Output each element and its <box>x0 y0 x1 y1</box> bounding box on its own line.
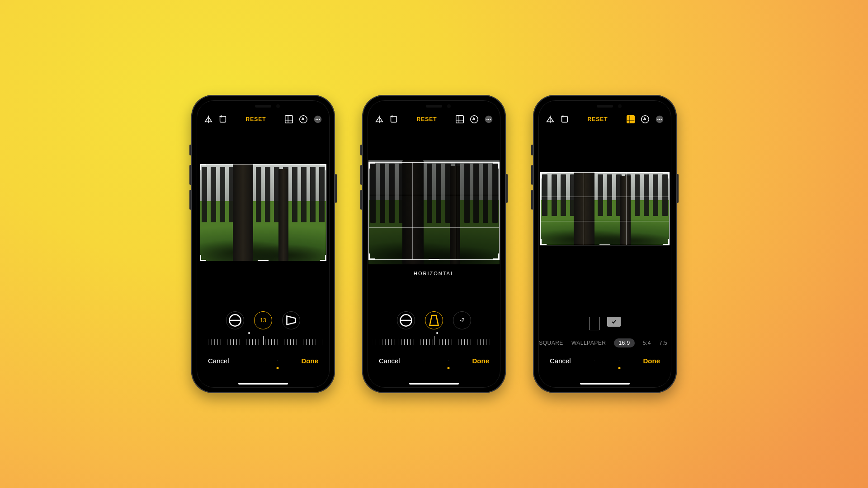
image-area[interactable]: HORIZONTAL <box>368 128 500 307</box>
adjustment-buttons: -2 <box>373 307 495 329</box>
flip-vertical-icon[interactable] <box>545 114 555 124</box>
filters-tab[interactable] <box>436 356 436 366</box>
reset-button[interactable]: RESET <box>246 116 266 122</box>
vertical-perspective-icon[interactable] <box>425 311 443 329</box>
filters-tab[interactable] <box>265 356 265 366</box>
svg-point-8 <box>317 119 318 120</box>
slider-dot <box>248 332 250 334</box>
ratio-option[interactable]: WALLPAPER <box>571 340 606 346</box>
markup-icon[interactable] <box>298 114 308 124</box>
markup-icon[interactable] <box>640 114 650 124</box>
crop-handle-br[interactable] <box>320 255 326 261</box>
done-button[interactable]: Done <box>643 357 660 365</box>
crop-handle-tl[interactable] <box>540 172 547 178</box>
volume-down-button <box>531 190 533 210</box>
home-indicator[interactable] <box>580 383 630 385</box>
svg-point-26 <box>486 119 487 120</box>
adjustment-slider[interactable] <box>373 332 495 347</box>
rotate-icon[interactable] <box>560 114 570 124</box>
crop-tab[interactable] <box>448 356 448 366</box>
svg-point-27 <box>488 119 489 120</box>
cancel-button[interactable]: Cancel <box>208 357 229 365</box>
crop-overlay[interactable] <box>368 162 500 260</box>
more-icon[interactable] <box>655 114 665 124</box>
flip-vertical-icon[interactable] <box>374 114 384 124</box>
cancel-button[interactable]: Cancel <box>379 357 400 365</box>
ratio-option[interactable]: SQUARE <box>539 340 563 346</box>
crop-overlay[interactable] <box>200 164 326 261</box>
crop-handle-bl[interactable] <box>200 255 206 261</box>
landscape-orientation-button[interactable] <box>607 317 621 327</box>
done-button[interactable]: Done <box>302 357 319 365</box>
horizontal-value-button[interactable]: -2 <box>453 311 471 329</box>
crop-handle-bottom[interactable] <box>258 260 269 261</box>
ratio-option-selected[interactable]: 16:9 <box>614 338 634 347</box>
volume-up-button <box>531 165 533 185</box>
image-area[interactable] <box>197 128 329 307</box>
crop-tab[interactable] <box>277 356 278 366</box>
crop-handle-tr[interactable] <box>493 162 500 169</box>
adjust-tab[interactable] <box>253 356 253 366</box>
volume-down-button <box>360 190 362 210</box>
crop-handle-bottom[interactable] <box>599 244 610 245</box>
crop-handle-bl[interactable] <box>540 239 547 245</box>
slider-ticks <box>373 339 495 345</box>
cancel-button[interactable]: Cancel <box>550 357 571 365</box>
svg-point-31 <box>424 361 424 361</box>
reset-button[interactable]: RESET <box>588 116 608 122</box>
crop-handle-br[interactable] <box>493 253 500 260</box>
more-icon[interactable] <box>313 114 323 124</box>
rotate-icon[interactable] <box>218 114 228 124</box>
markup-icon[interactable] <box>469 114 479 124</box>
flip-vertical-icon[interactable] <box>203 114 213 124</box>
horizontal-perspective-icon[interactable] <box>282 311 300 329</box>
crop-handle-tl[interactable] <box>368 162 375 169</box>
straighten-value-button[interactable]: 13 <box>254 311 272 329</box>
aspect-ratio-row[interactable]: M SQUARE WALLPAPER 16:9 5:4 7:5 4:3 <box>543 330 666 347</box>
crop-handle-bottom[interactable] <box>429 259 439 260</box>
volume-up-button <box>360 165 362 185</box>
done-button[interactable]: Done <box>472 357 490 365</box>
ratio-option[interactable]: 5:4 <box>643 340 651 346</box>
aspect-ratio-icon[interactable] <box>284 114 294 124</box>
crop-handle-tl[interactable] <box>200 164 206 170</box>
home-indicator[interactable] <box>409 383 459 385</box>
reset-button[interactable]: RESET <box>417 116 437 122</box>
aspect-ratio-icon[interactable] <box>455 114 465 124</box>
crop-handle-tr[interactable] <box>663 172 670 178</box>
adjustment-label: HORIZONTAL <box>368 271 500 276</box>
adjust-tab[interactable] <box>424 356 424 366</box>
straighten-icon[interactable] <box>397 311 415 329</box>
straighten-icon[interactable] <box>226 311 244 329</box>
more-icon[interactable] <box>484 114 494 124</box>
portrait-orientation-button[interactable] <box>589 317 600 330</box>
adjust-tab[interactable] <box>594 356 595 366</box>
crop-tab[interactable] <box>619 356 619 366</box>
rotate-icon[interactable] <box>389 114 399 124</box>
phone-frame-1: RESET <box>191 95 335 393</box>
svg-point-7 <box>316 119 316 120</box>
phone-frame-2: RESET <box>362 95 506 393</box>
crop-overlay[interactable] <box>540 172 670 245</box>
home-indicator[interactable] <box>238 383 288 385</box>
straighten-value: 13 <box>260 317 266 324</box>
notch <box>405 101 463 112</box>
slider-dot <box>436 332 438 334</box>
image-area[interactable] <box>539 128 671 312</box>
mute-switch <box>531 145 533 155</box>
adjustment-slider[interactable] <box>202 332 325 347</box>
crop-handle-br[interactable] <box>663 239 670 245</box>
mute-switch <box>189 145 191 155</box>
crop-handle-tr[interactable] <box>320 164 326 170</box>
notch <box>576 101 634 112</box>
svg-rect-38 <box>627 116 635 123</box>
filters-tab[interactable] <box>607 356 607 366</box>
mute-switch <box>360 145 362 155</box>
ratio-option[interactable]: 7:5 <box>659 340 667 346</box>
crop-handle-bl[interactable] <box>368 253 375 260</box>
aspect-ratio-icon[interactable] <box>626 114 636 124</box>
volume-down-button <box>189 190 191 210</box>
svg-point-46 <box>594 361 595 361</box>
notch <box>234 101 292 112</box>
svg-point-44 <box>659 119 660 120</box>
